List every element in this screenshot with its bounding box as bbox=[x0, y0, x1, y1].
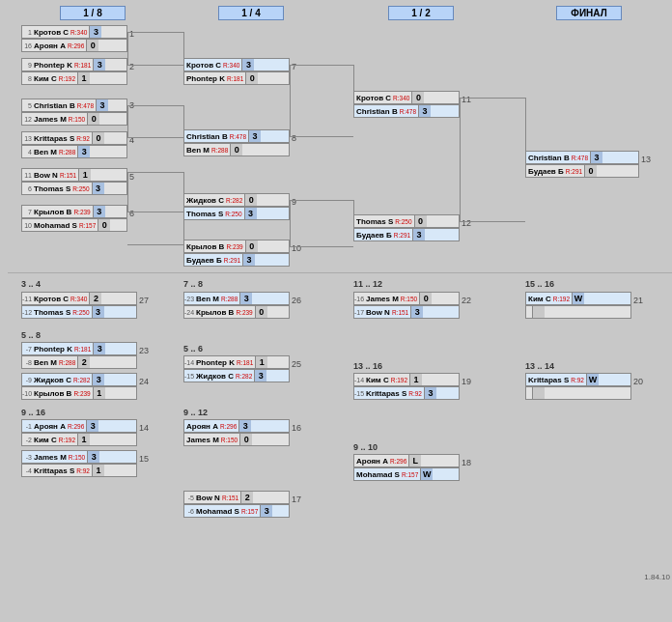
match22-p2: -17 Bow N R:151 3 bbox=[353, 305, 460, 319]
player-name: Кротов С bbox=[184, 61, 223, 70]
match26-p2: -24 Крылов В R:239 0 bbox=[183, 305, 290, 319]
player-name: Ben M bbox=[32, 148, 59, 156]
rating: R:151 bbox=[392, 309, 408, 316]
player-name: Жидков С bbox=[184, 196, 226, 205]
rating: R:291 bbox=[224, 257, 240, 264]
rating: R:478 bbox=[77, 102, 94, 109]
match18-label: 18 bbox=[462, 458, 471, 467]
match20-p2 bbox=[525, 386, 631, 400]
player-name: Крылов В bbox=[32, 208, 73, 216]
line bbox=[183, 172, 184, 211]
rating: R:181 bbox=[227, 75, 243, 82]
score: 3 bbox=[92, 306, 104, 318]
rating: R:92 bbox=[571, 377, 584, 383]
score: 3 bbox=[254, 370, 266, 382]
line bbox=[183, 212, 184, 260]
match13-label: 13 bbox=[641, 155, 651, 164]
match15-p1: -3 James M R:150 3 bbox=[21, 450, 137, 464]
match16-label: 16 bbox=[292, 423, 301, 433]
score: 3 bbox=[96, 99, 108, 111]
player-name: Ben M bbox=[32, 358, 59, 367]
match3-p2: 12 James M R:150 0 bbox=[21, 112, 127, 126]
player-name: Жидков С bbox=[194, 372, 236, 381]
line bbox=[460, 98, 461, 221]
rating: R:288 bbox=[221, 296, 238, 302]
score: L bbox=[408, 455, 421, 466]
rating: R:157 bbox=[241, 508, 258, 515]
separator bbox=[8, 272, 672, 273]
player-name: Ким С bbox=[526, 295, 553, 303]
rating: R:478 bbox=[572, 155, 588, 161]
seed: -4 bbox=[22, 467, 32, 474]
rating: R:181 bbox=[74, 62, 91, 69]
seed: -9 bbox=[22, 377, 32, 383]
match13-p1: Christian B R:478 3 bbox=[525, 151, 639, 164]
score: 3 bbox=[93, 206, 105, 217]
seed: 16 bbox=[22, 42, 32, 49]
seed: -3 bbox=[22, 454, 32, 461]
section-5-8: 5 .. 8 bbox=[21, 330, 41, 340]
seed: 13 bbox=[22, 135, 32, 142]
seed: -7 bbox=[22, 346, 32, 353]
player-name: Ароян А bbox=[32, 422, 68, 431]
match2-p1: 9 Phontep K R:181 3 bbox=[21, 58, 127, 71]
rating: R:192 bbox=[59, 75, 75, 82]
seed: -23 bbox=[184, 296, 194, 302]
score: 3 bbox=[77, 146, 90, 157]
match11-label: 11 bbox=[462, 95, 471, 104]
rating: R:291 bbox=[566, 168, 582, 175]
match22-label: 22 bbox=[462, 296, 471, 305]
match21-p1: Ким С R:192 W bbox=[525, 292, 631, 305]
rating: R:239 bbox=[73, 390, 90, 397]
rating: R:239 bbox=[226, 243, 242, 250]
match14-label: 14 bbox=[139, 423, 149, 433]
line bbox=[290, 246, 353, 247]
seed: 4 bbox=[22, 149, 32, 156]
match9-label: 9 bbox=[292, 197, 296, 207]
rating: R:282 bbox=[226, 197, 242, 204]
player-name: Thomas S bbox=[32, 308, 72, 317]
match24-p1: -9 Жидков С R:282 3 bbox=[21, 373, 137, 386]
match9-p2: Thomas S R:250 3 bbox=[183, 207, 290, 220]
player-name: Ароян А bbox=[354, 457, 390, 466]
seed: 7 bbox=[22, 209, 32, 215]
match18-p2: Mohamad S R:157 W bbox=[353, 467, 460, 481]
player-name: Крылов В bbox=[32, 389, 73, 398]
player-name: Bow N bbox=[32, 171, 60, 180]
score: 3 bbox=[86, 420, 98, 432]
rating: R:340 bbox=[223, 62, 239, 69]
seed: 10 bbox=[22, 222, 32, 229]
match11-p2: Christian B R:478 3 bbox=[353, 104, 460, 118]
match7-p2: Phontep K R:181 0 bbox=[183, 71, 290, 85]
score: 3 bbox=[93, 59, 105, 71]
line bbox=[127, 172, 128, 212]
line bbox=[290, 65, 353, 66]
score: W bbox=[572, 293, 584, 304]
line bbox=[127, 105, 183, 106]
line bbox=[127, 32, 128, 65]
line bbox=[127, 172, 183, 173]
match16-p1: Ароян А R:296 3 bbox=[183, 419, 290, 433]
seed: -17 bbox=[354, 309, 364, 316]
rating: R:181 bbox=[237, 359, 253, 366]
seed: -10 bbox=[22, 390, 32, 397]
score: 3 bbox=[92, 183, 104, 194]
line bbox=[127, 105, 128, 137]
line bbox=[290, 200, 291, 246]
score: W bbox=[420, 468, 433, 480]
rating: R:291 bbox=[394, 232, 410, 239]
seed: -6 bbox=[184, 508, 194, 515]
rating: R:150 bbox=[69, 116, 85, 123]
player-name: James M bbox=[184, 436, 221, 444]
player-name: Thomas S bbox=[354, 217, 395, 226]
round-header-final: ФИНАЛ bbox=[556, 6, 622, 20]
player-name: Thomas S bbox=[32, 184, 72, 193]
rating: R:296 bbox=[68, 423, 84, 430]
match10-p1: Крылов В R:239 0 bbox=[183, 240, 290, 253]
match14-p2: -2 Ким С R:192 1 bbox=[21, 433, 137, 446]
player-name: Ароян А bbox=[32, 42, 68, 50]
match23-p2: -8 Ben M R:288 2 bbox=[21, 355, 137, 369]
rating: R:192 bbox=[391, 377, 407, 383]
line bbox=[127, 65, 183, 66]
score: 0 bbox=[414, 215, 427, 227]
